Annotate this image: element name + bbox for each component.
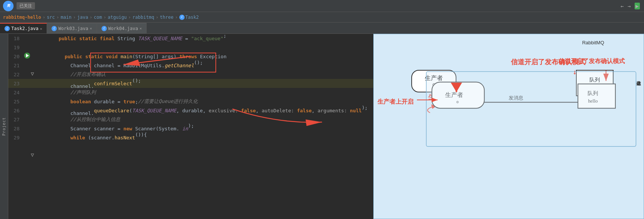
tab-work04-close[interactable]: ✕ (139, 26, 142, 30)
tab-work03-icon: C (52, 26, 57, 31)
line-number-27: 27 (8, 117, 23, 122)
bookmark-line20: ▽ (31, 71, 34, 77)
confirm-mode-annotation: 信道开启了发布确认模式 (559, 57, 625, 65)
queue-name: hello (589, 83, 600, 89)
gear-icon: ⚙ (432, 82, 436, 88)
breadcrumb-bar: rabbitmq-hello › src › main › java › com… (0, 12, 644, 23)
diagram-content: RabbitMQ 信道开启了发布确认模式 生产者上开启 生产者 ⚙ 队列 hel… (374, 34, 644, 219)
editor-area: Project 18 public static final String TA… (0, 34, 644, 219)
queue-box: 队列 hello (576, 70, 614, 96)
run-button[interactable] (24, 53, 30, 59)
line-number-18: 18 (8, 36, 23, 41)
queue-label: 队列 (589, 77, 600, 83)
svg-text:发消息: 发消息 (509, 95, 523, 101)
breadcrumb-atguigu[interactable]: atguigu (108, 15, 127, 20)
line-content-29: while (scanner.hasNext()){ (23, 132, 153, 143)
breadcrumb-rabbitmq[interactable]: rabbitmq (132, 15, 154, 20)
breadcrumb-main[interactable]: main (61, 15, 71, 20)
producer-label: 生产者 (425, 74, 443, 82)
breadcrumb-java[interactable]: java (77, 15, 88, 20)
toolbar: 简 已关注 ← → ▶ (0, 0, 644, 12)
breadcrumb-task2[interactable]: Task2 (185, 15, 199, 20)
svg-text:hello: hello (588, 98, 598, 104)
breadcrumb-project[interactable]: rabbitmq-hello (3, 15, 41, 20)
follow-button[interactable]: 已关注 (17, 2, 35, 9)
line-number-25: 25 (8, 99, 23, 104)
tab-work04-label: Work04.java (108, 26, 138, 31)
diagram-overlay: RabbitMQ 信道开启了发布确认模式 生产者上开启 生产者 ⚙ 队列 hel… (373, 34, 644, 219)
tab-task2-close[interactable]: ✕ (40, 27, 42, 31)
tab-task2-label: Task2.java (11, 26, 38, 31)
line-number-24: 24 (8, 90, 23, 95)
line-number-28: 28 (8, 126, 23, 131)
line-content-18: public static final String TASK_QUEUE_NA… (23, 34, 241, 44)
tab-work03[interactable]: C Work03.java ✕ (47, 23, 97, 33)
tab-work03-close[interactable]: ✕ (90, 26, 92, 30)
tab-work03-label: Work03.java (58, 26, 88, 31)
down-arrow-icon: ↓ (573, 68, 577, 76)
tab-work04-icon: C (102, 26, 107, 31)
app-logo: 简 (3, 1, 14, 11)
code-editor[interactable]: 18 public static final String TASK_QUEUE… (8, 34, 644, 219)
line-number-22: 22 (8, 72, 23, 77)
line-number-21: 21 (8, 63, 23, 68)
tab-task2-icon: C (5, 26, 10, 31)
bookmark-line29: ▽ (31, 152, 34, 158)
producer-box: 生产者 ⚙ (411, 70, 456, 92)
breadcrumb-src[interactable]: src (47, 15, 55, 20)
line-number-20: 20 (8, 54, 23, 59)
breadcrumb-file-icon: C (179, 15, 185, 20)
line-number-26: 26 (8, 108, 23, 113)
project-panel: Project (0, 34, 8, 219)
tabs-bar: C Task2.java ✕ C Work03.java ✕ C Work04.… (0, 23, 644, 34)
line-number-29: 29 (8, 135, 23, 140)
line-number-19: 19 (8, 45, 23, 50)
rabbitmq-label: RabbitMQ (582, 40, 604, 45)
tab-work04[interactable]: C Work04.java ✕ (97, 23, 147, 33)
breadcrumb-com[interactable]: com (94, 15, 102, 20)
breadcrumb-three[interactable]: three (160, 15, 173, 20)
project-label: Project (2, 117, 6, 136)
tab-task2[interactable]: C Task2.java ✕ (0, 23, 47, 33)
producer-open-annotation: 生产者上开启 (377, 98, 414, 106)
line-number-23: 23 (8, 81, 23, 86)
